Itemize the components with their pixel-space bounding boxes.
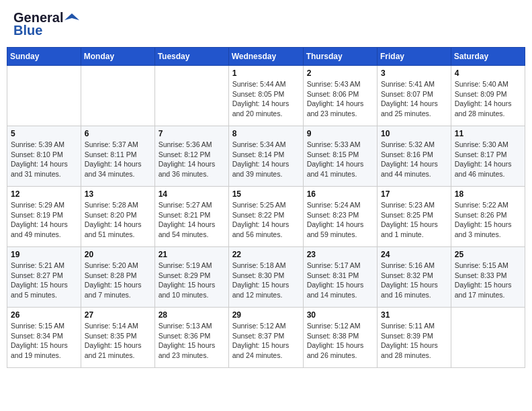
svg-marker-0 (64, 13, 79, 20)
day-info: Sunrise: 5:37 AM Sunset: 8:11 PM Dayligh… (85, 140, 151, 179)
column-header-thursday: Thursday (303, 48, 377, 66)
week-row-1: 5Sunrise: 5:39 AM Sunset: 8:10 PM Daylig… (7, 126, 525, 187)
calendar-cell: 17Sunrise: 5:23 AM Sunset: 8:25 PM Dayli… (378, 187, 451, 247)
week-row-4: 26Sunrise: 5:15 AM Sunset: 8:34 PM Dayli… (7, 308, 525, 368)
day-info: Sunrise: 5:44 AM Sunset: 8:05 PM Dayligh… (232, 79, 300, 119)
day-info: Sunrise: 5:22 AM Sunset: 8:26 PM Dayligh… (455, 200, 521, 240)
day-number: 22 (232, 250, 300, 259)
day-info: Sunrise: 5:36 AM Sunset: 8:12 PM Dayligh… (159, 140, 225, 179)
calendar-cell: 1Sunrise: 5:44 AM Sunset: 8:05 PM Daylig… (228, 66, 303, 126)
calendar-cell (7, 66, 81, 126)
week-row-3: 19Sunrise: 5:21 AM Sunset: 8:27 PM Dayli… (7, 247, 525, 308)
day-number: 31 (381, 310, 447, 320)
day-number: 1 (232, 68, 300, 78)
calendar-cell: 18Sunrise: 5:22 AM Sunset: 8:26 PM Dayli… (451, 187, 525, 247)
calendar-cell: 13Sunrise: 5:28 AM Sunset: 8:20 PM Dayli… (81, 187, 154, 247)
calendar-cell (154, 66, 228, 126)
calendar-cell: 24Sunrise: 5:16 AM Sunset: 8:32 PM Dayli… (378, 247, 451, 308)
day-info: Sunrise: 5:11 AM Sunset: 8:39 PM Dayligh… (381, 321, 447, 361)
calendar-cell: 30Sunrise: 5:12 AM Sunset: 8:38 PM Dayli… (303, 308, 377, 368)
column-header-sunday: Sunday (7, 48, 81, 66)
calendar-cell: 14Sunrise: 5:27 AM Sunset: 8:21 PM Dayli… (154, 187, 228, 247)
day-number: 10 (381, 129, 447, 138)
week-row-2: 12Sunrise: 5:29 AM Sunset: 8:19 PM Dayli… (7, 187, 525, 247)
calendar-cell: 3Sunrise: 5:41 AM Sunset: 8:07 PM Daylig… (378, 66, 451, 126)
calendar-cell: 4Sunrise: 5:40 AM Sunset: 8:09 PM Daylig… (451, 66, 525, 126)
day-info: Sunrise: 5:25 AM Sunset: 8:22 PM Dayligh… (232, 200, 300, 240)
day-number: 25 (455, 250, 521, 259)
day-number: 28 (159, 310, 225, 320)
day-info: Sunrise: 5:12 AM Sunset: 8:38 PM Dayligh… (307, 321, 373, 361)
day-number: 27 (85, 310, 151, 320)
day-info: Sunrise: 5:41 AM Sunset: 8:07 PM Dayligh… (381, 79, 447, 119)
column-header-monday: Monday (81, 48, 154, 66)
day-number: 26 (11, 310, 77, 320)
day-info: Sunrise: 5:39 AM Sunset: 8:10 PM Dayligh… (11, 140, 77, 179)
calendar-cell: 29Sunrise: 5:12 AM Sunset: 8:37 PM Dayli… (228, 308, 303, 368)
day-number: 17 (381, 189, 447, 199)
day-info: Sunrise: 5:30 AM Sunset: 8:17 PM Dayligh… (455, 140, 521, 179)
day-info: Sunrise: 5:14 AM Sunset: 8:35 PM Dayligh… (85, 321, 151, 361)
calendar-cell: 26Sunrise: 5:15 AM Sunset: 8:34 PM Dayli… (7, 308, 81, 368)
header-row: SundayMondayTuesdayWednesdayThursdayFrid… (7, 48, 525, 66)
day-info: Sunrise: 5:28 AM Sunset: 8:20 PM Dayligh… (85, 200, 151, 240)
day-number: 20 (85, 250, 151, 259)
day-number: 15 (232, 189, 300, 199)
logo-blue-text: Blue (13, 23, 42, 38)
day-number: 5 (11, 129, 77, 138)
calendar-cell: 2Sunrise: 5:43 AM Sunset: 8:06 PM Daylig… (303, 66, 377, 126)
column-header-friday: Friday (378, 48, 451, 66)
day-number: 3 (381, 68, 447, 78)
day-info: Sunrise: 5:13 AM Sunset: 8:36 PM Dayligh… (159, 321, 225, 361)
day-number: 14 (159, 189, 225, 199)
day-info: Sunrise: 5:18 AM Sunset: 8:30 PM Dayligh… (232, 261, 300, 300)
day-info: Sunrise: 5:15 AM Sunset: 8:33 PM Dayligh… (455, 261, 521, 300)
day-info: Sunrise: 5:32 AM Sunset: 8:16 PM Dayligh… (381, 140, 447, 179)
logo: General Blue (13, 10, 79, 38)
day-number: 7 (159, 129, 225, 138)
column-header-saturday: Saturday (451, 48, 525, 66)
day-info: Sunrise: 5:19 AM Sunset: 8:29 PM Dayligh… (159, 261, 225, 300)
header: General Blue (7, 7, 525, 42)
calendar-cell: 31Sunrise: 5:11 AM Sunset: 8:39 PM Dayli… (378, 308, 451, 368)
calendar-cell: 27Sunrise: 5:14 AM Sunset: 8:35 PM Dayli… (81, 308, 154, 368)
calendar-cell: 16Sunrise: 5:24 AM Sunset: 8:23 PM Dayli… (303, 187, 377, 247)
day-number: 30 (307, 310, 373, 320)
day-number: 24 (381, 250, 447, 259)
day-info: Sunrise: 5:34 AM Sunset: 8:14 PM Dayligh… (232, 140, 300, 179)
day-number: 19 (11, 250, 77, 259)
day-number: 29 (232, 310, 300, 320)
day-number: 18 (455, 189, 521, 199)
day-info: Sunrise: 5:40 AM Sunset: 8:09 PM Dayligh… (455, 79, 521, 119)
day-info: Sunrise: 5:27 AM Sunset: 8:21 PM Dayligh… (159, 200, 225, 240)
calendar-cell (451, 308, 525, 368)
week-row-0: 1Sunrise: 5:44 AM Sunset: 8:05 PM Daylig… (7, 66, 525, 126)
column-header-wednesday: Wednesday (228, 48, 303, 66)
day-info: Sunrise: 5:29 AM Sunset: 8:19 PM Dayligh… (11, 200, 77, 240)
calendar-cell: 15Sunrise: 5:25 AM Sunset: 8:22 PM Dayli… (228, 187, 303, 247)
day-number: 11 (455, 129, 521, 138)
day-number: 2 (307, 68, 373, 78)
day-info: Sunrise: 5:20 AM Sunset: 8:28 PM Dayligh… (85, 261, 151, 300)
calendar-cell: 20Sunrise: 5:20 AM Sunset: 8:28 PM Dayli… (81, 247, 154, 308)
day-number: 8 (232, 129, 300, 138)
day-info: Sunrise: 5:33 AM Sunset: 8:15 PM Dayligh… (307, 140, 373, 179)
day-info: Sunrise: 5:15 AM Sunset: 8:34 PM Dayligh… (11, 321, 77, 361)
calendar-cell: 8Sunrise: 5:34 AM Sunset: 8:14 PM Daylig… (228, 126, 303, 187)
calendar-cell: 28Sunrise: 5:13 AM Sunset: 8:36 PM Dayli… (154, 308, 228, 368)
calendar-cell: 19Sunrise: 5:21 AM Sunset: 8:27 PM Dayli… (7, 247, 81, 308)
day-info: Sunrise: 5:16 AM Sunset: 8:32 PM Dayligh… (381, 261, 447, 300)
day-number: 12 (11, 189, 77, 199)
calendar-cell: 12Sunrise: 5:29 AM Sunset: 8:19 PM Dayli… (7, 187, 81, 247)
logo-bird-icon (64, 11, 79, 26)
calendar-cell: 6Sunrise: 5:37 AM Sunset: 8:11 PM Daylig… (81, 126, 154, 187)
calendar-cell: 7Sunrise: 5:36 AM Sunset: 8:12 PM Daylig… (154, 126, 228, 187)
calendar-cell: 23Sunrise: 5:17 AM Sunset: 8:31 PM Dayli… (303, 247, 377, 308)
calendar-cell: 22Sunrise: 5:18 AM Sunset: 8:30 PM Dayli… (228, 247, 303, 308)
column-header-tuesday: Tuesday (154, 48, 228, 66)
calendar-cell (81, 66, 154, 126)
day-info: Sunrise: 5:23 AM Sunset: 8:25 PM Dayligh… (381, 200, 447, 240)
calendar-cell: 10Sunrise: 5:32 AM Sunset: 8:16 PM Dayli… (378, 126, 451, 187)
calendar-table: SundayMondayTuesdayWednesdayThursdayFrid… (7, 47, 525, 368)
day-number: 23 (307, 250, 373, 259)
